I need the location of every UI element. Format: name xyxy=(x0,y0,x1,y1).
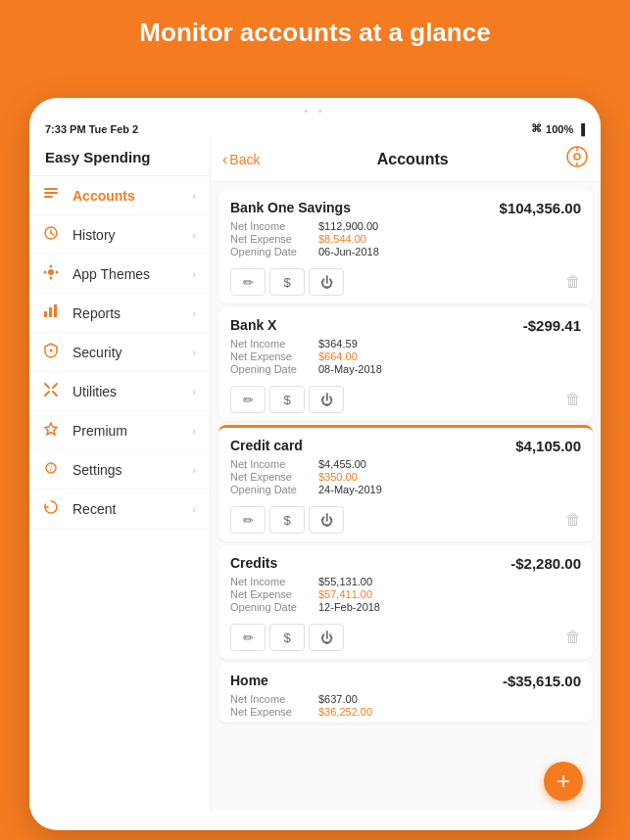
svg-line-15 xyxy=(45,384,49,388)
account-actions-0: ✏ $ ⏻ 🗑 xyxy=(218,262,593,303)
sidebar-item-settings[interactable]: i Settings › xyxy=(29,450,210,490)
sidebar-label-reports: Reports xyxy=(73,305,192,321)
sidebar-label-app-themes: App Themes xyxy=(73,266,192,282)
svg-point-9 xyxy=(50,277,53,280)
chevron-utilities: › xyxy=(192,386,196,397)
chevron-history: › xyxy=(192,229,196,241)
account-actions-2: ✏ $ ⏻ 🗑 xyxy=(218,500,593,541)
svg-point-10 xyxy=(44,271,47,274)
account-card-bank-one-savings: Bank One Savings $104,356.00 Net Income … xyxy=(218,190,593,303)
sidebar-item-app-themes[interactable]: App Themes › xyxy=(29,255,210,294)
power-button-3[interactable]: ⏻ xyxy=(309,624,344,651)
account-balance-credits: -$2,280.00 xyxy=(510,555,581,572)
account-name-credit-card: Credit card xyxy=(230,438,303,453)
delete-button-0[interactable]: 🗑 xyxy=(565,273,581,291)
power-button-2[interactable]: ⏻ xyxy=(309,506,344,534)
svg-line-5 xyxy=(51,233,54,235)
delete-button-1[interactable]: 🗑 xyxy=(565,391,581,408)
dollar-button-3[interactable]: $ xyxy=(269,624,305,651)
status-time: 7:33 PM Tue Feb 2 xyxy=(45,123,138,135)
chevron-left-icon: ‹ xyxy=(222,151,227,168)
accounts-page-title: Accounts xyxy=(260,151,565,168)
svg-rect-13 xyxy=(54,304,57,317)
sidebar-label-history: History xyxy=(73,227,192,243)
chevron-app-themes: › xyxy=(192,268,196,280)
account-details-bank-x: Net Income $364.59 Net Expense $664.00 O… xyxy=(218,338,593,380)
utilities-icon xyxy=(43,382,65,400)
account-balance-bank-one: $104,356.00 xyxy=(500,200,581,216)
account-header-credits: Credits -$2,280.00 xyxy=(218,545,593,576)
premium-icon xyxy=(43,421,65,440)
detail-row-expense-0: Net Expense $8,544.00 xyxy=(230,233,581,245)
accounts-icon xyxy=(43,186,65,205)
account-card-credits: Credits -$2,280.00 Net Income $55,131.00… xyxy=(218,545,593,659)
battery-label: 100% xyxy=(546,123,573,135)
sidebar-item-history[interactable]: History › xyxy=(29,215,210,255)
account-card-home: Home -$35,615.00 Net Income $637.00 Net … xyxy=(218,663,593,723)
chevron-reports: › xyxy=(192,307,196,319)
reports-icon xyxy=(43,303,65,322)
account-balance-home: -$35,615.00 xyxy=(503,673,581,689)
sidebar-item-utilities[interactable]: Utilities › xyxy=(29,372,210,411)
power-button-0[interactable]: ⏻ xyxy=(309,268,344,296)
svg-point-8 xyxy=(56,271,59,274)
header: Monitor accounts at a glance xyxy=(0,0,630,62)
svg-point-14 xyxy=(50,350,53,352)
account-header-credit-card: Credit card $4,105.00 xyxy=(218,428,593,458)
account-header-bank-x: Bank X -$299.41 xyxy=(218,307,593,338)
svg-rect-0 xyxy=(44,188,58,190)
battery-icon: ▐ xyxy=(577,123,585,135)
account-name-home: Home xyxy=(230,673,268,688)
account-details-credits: Net Income $55,131.00 Net Expense $57,41… xyxy=(218,576,593,618)
account-details-home: Net Income $637.00 Net Expense $36,252.0… xyxy=(218,693,593,723)
sidebar-label-accounts: Accounts xyxy=(73,188,192,204)
svg-rect-2 xyxy=(44,196,53,198)
svg-line-18 xyxy=(45,392,49,396)
chevron-premium: › xyxy=(192,425,196,437)
dollar-button-2[interactable]: $ xyxy=(269,506,305,534)
sidebar-label-settings: Settings xyxy=(73,462,192,478)
dollar-button-1[interactable]: $ xyxy=(269,386,305,413)
account-name-bank-x: Bank X xyxy=(230,317,276,333)
delete-button-3[interactable]: 🗑 xyxy=(565,629,581,646)
edit-button-2[interactable]: ✏ xyxy=(230,506,266,534)
detail-row-income-0: Net Income $112,900.00 xyxy=(230,220,581,232)
sidebar-title: Easy Spending xyxy=(29,141,210,176)
device-frame: • • 7:33 PM Tue Feb 2 ⌘ 100% ▐ Easy Spen… xyxy=(29,98,601,830)
edit-button-3[interactable]: ✏ xyxy=(230,624,266,651)
sidebar-item-recent[interactable]: Recent › xyxy=(29,490,210,529)
back-label: Back xyxy=(229,152,260,167)
dollar-button-0[interactable]: $ xyxy=(269,268,305,296)
edit-button-1[interactable]: ✏ xyxy=(230,386,266,413)
wifi-icon: ⌘ xyxy=(531,122,542,135)
sidebar-label-utilities: Utilities xyxy=(73,384,192,399)
back-button[interactable]: ‹ Back xyxy=(222,151,260,168)
svg-point-23 xyxy=(574,154,580,160)
sidebar-label-recent: Recent xyxy=(73,501,192,517)
account-name-credits: Credits xyxy=(230,555,277,571)
edit-button-0[interactable]: ✏ xyxy=(230,268,266,296)
power-button-1[interactable]: ⏻ xyxy=(309,386,344,413)
history-icon xyxy=(43,225,65,244)
recent-icon xyxy=(43,499,65,518)
svg-marker-19 xyxy=(45,423,57,435)
device-dots: • • xyxy=(29,98,601,120)
header-action-button[interactable] xyxy=(565,145,589,173)
account-card-credit-card: Credit card $4,105.00 Net Income $4,455.… xyxy=(218,425,593,541)
app-layout: Easy Spending Accounts › History › xyxy=(29,137,601,811)
account-details-bank-one: Net Income $112,900.00 Net Expense $8,54… xyxy=(218,220,593,262)
svg-line-17 xyxy=(53,384,57,388)
account-details-credit-card: Net Income $4,455.00 Net Expense $350.00… xyxy=(218,458,593,500)
sidebar-item-accounts[interactable]: Accounts › xyxy=(29,176,210,215)
settings-icon: i xyxy=(43,460,65,479)
delete-button-2[interactable]: 🗑 xyxy=(565,511,581,529)
sidebar-item-premium[interactable]: Premium › xyxy=(29,411,210,450)
detail-row-opening-0: Opening Date 06-Jun-2018 xyxy=(230,246,581,257)
account-balance-credit-card: $4,105.00 xyxy=(515,438,581,454)
fab-add-button[interactable]: + xyxy=(544,762,583,801)
account-card-bank-x: Bank X -$299.41 Net Income $364.59 Net E… xyxy=(218,307,593,421)
sidebar-item-security[interactable]: Security › xyxy=(29,333,210,372)
svg-rect-12 xyxy=(49,307,52,317)
sidebar-item-reports[interactable]: Reports › xyxy=(29,294,210,333)
account-name-bank-one: Bank One Savings xyxy=(230,200,351,215)
